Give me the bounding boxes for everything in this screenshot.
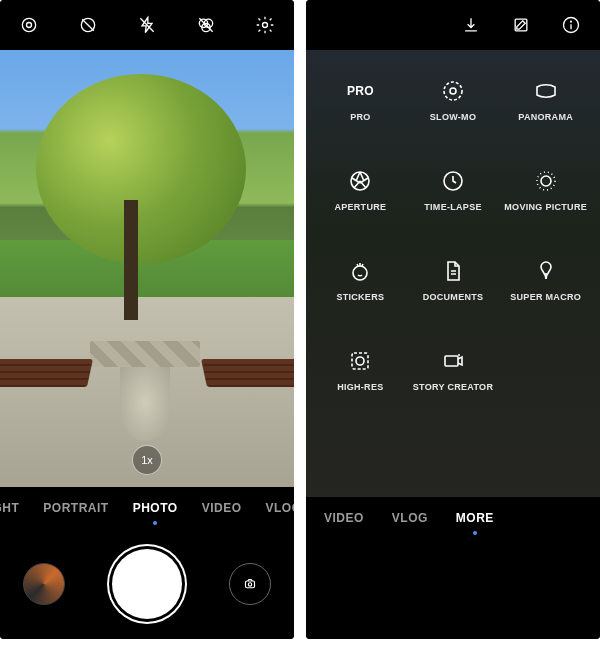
mode-rail[interactable]: GHT PORTRAIT PHOTO VIDEO VLOG — [0, 487, 294, 529]
top-toolbar — [306, 0, 600, 50]
svg-point-17 — [450, 88, 456, 94]
mode-portrait[interactable]: PORTRAIT — [43, 501, 108, 515]
camera-flip-button[interactable] — [229, 563, 271, 605]
svg-point-11 — [248, 583, 251, 586]
mode-timelapse[interactable]: TIME-LAPSE — [424, 168, 482, 212]
svg-point-21 — [537, 172, 555, 190]
mode-label: PANORAMA — [518, 112, 573, 122]
mode-slowmo[interactable]: SLOW-MO — [430, 78, 476, 122]
mode-documents[interactable]: DOCUMENTS — [423, 258, 484, 302]
slowmo-icon — [440, 78, 466, 104]
pro-icon: PRO — [347, 78, 373, 104]
svg-rect-23 — [352, 353, 368, 369]
info-icon[interactable] — [560, 14, 582, 36]
download-icon[interactable] — [460, 14, 482, 36]
svg-rect-10 — [245, 581, 254, 588]
high-res-icon — [347, 348, 373, 374]
aperture-icon — [347, 168, 373, 194]
story-creator-icon — [440, 348, 466, 374]
viewfinder-dimmed: PRO PRO SLOW-MO PANORAMA APERTURE TIME-L… — [306, 50, 600, 497]
stickers-icon — [347, 258, 373, 284]
motion-photo-icon[interactable] — [18, 14, 40, 36]
mode-photo[interactable]: PHOTO — [133, 501, 178, 515]
mode-moving-picture[interactable]: MOVING PICTURE — [504, 168, 587, 212]
svg-point-0 — [23, 18, 36, 31]
viewfinder[interactable]: 1x — [0, 50, 294, 487]
mode-label: STORY CREATOR — [413, 382, 493, 392]
svg-point-24 — [356, 357, 364, 365]
mode-pro[interactable]: PRO PRO — [347, 78, 373, 122]
mode-video[interactable]: VIDEO — [324, 511, 364, 525]
mode-super-macro[interactable]: SUPER MACRO — [510, 258, 581, 302]
mode-label: MOVING PICTURE — [504, 202, 587, 212]
shutter-button[interactable] — [112, 549, 182, 619]
filter-off-icon[interactable] — [195, 14, 217, 36]
svg-point-1 — [27, 23, 32, 28]
panorama-icon — [533, 78, 559, 104]
camera-app-photo-mode: 1x GHT PORTRAIT PHOTO VIDEO VLOG — [0, 0, 294, 639]
svg-point-9 — [262, 23, 267, 28]
mode-panorama[interactable]: PANORAMA — [518, 78, 573, 122]
mode-label: HIGH-RES — [337, 382, 383, 392]
svg-point-22 — [353, 266, 367, 280]
mode-aperture[interactable]: APERTURE — [334, 168, 386, 212]
mode-video[interactable]: VIDEO — [202, 501, 242, 515]
mode-story-creator[interactable]: STORY CREATOR — [413, 348, 493, 392]
svg-point-16 — [444, 82, 462, 100]
ai-off-icon[interactable] — [136, 14, 158, 36]
bottom-controls-empty — [306, 539, 600, 639]
mode-more[interactable]: MORE — [456, 511, 494, 525]
documents-icon — [440, 258, 466, 284]
edit-icon[interactable] — [510, 14, 532, 36]
svg-point-15 — [571, 21, 572, 22]
svg-point-20 — [541, 176, 551, 186]
mode-label: TIME-LAPSE — [424, 202, 482, 212]
mode-vlog[interactable]: VLOG — [265, 501, 294, 515]
mode-label: STICKERS — [336, 292, 384, 302]
mode-stickers[interactable]: STICKERS — [336, 258, 384, 302]
mode-label: DOCUMENTS — [423, 292, 484, 302]
mode-rail[interactable]: VIDEO VLOG MORE — [306, 497, 600, 539]
top-toolbar — [0, 0, 294, 50]
bottom-controls — [0, 529, 294, 639]
svg-rect-25 — [445, 356, 458, 366]
timelapse-icon — [440, 168, 466, 194]
svg-line-3 — [82, 19, 94, 31]
settings-icon[interactable] — [254, 14, 276, 36]
mode-vlog[interactable]: VLOG — [392, 511, 428, 525]
moving-picture-icon — [533, 168, 559, 194]
mode-night[interactable]: GHT — [0, 501, 19, 515]
mode-label: PRO — [350, 112, 370, 122]
mode-label: APERTURE — [334, 202, 386, 212]
gallery-thumbnail[interactable] — [23, 563, 65, 605]
super-macro-icon — [533, 258, 559, 284]
camera-app-more-mode: PRO PRO SLOW-MO PANORAMA APERTURE TIME-L… — [306, 0, 600, 639]
flash-off-icon[interactable] — [77, 14, 99, 36]
mode-high-res[interactable]: HIGH-RES — [337, 348, 383, 392]
mode-label: SUPER MACRO — [510, 292, 581, 302]
svg-point-26 — [458, 354, 460, 356]
mode-grid: PRO PRO SLOW-MO PANORAMA APERTURE TIME-L… — [306, 50, 600, 497]
zoom-badge[interactable]: 1x — [132, 445, 162, 475]
mode-label: SLOW-MO — [430, 112, 476, 122]
